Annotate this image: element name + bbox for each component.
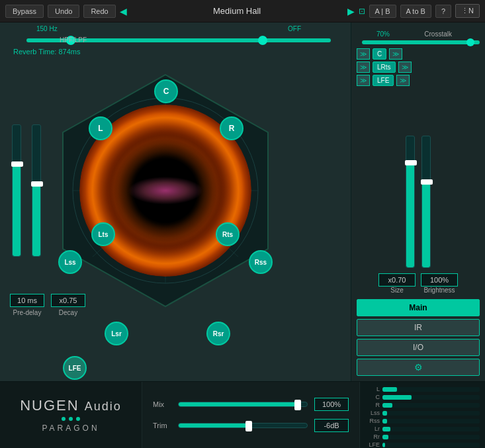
prev-button[interactable]: ◀	[120, 6, 127, 17]
lfe-arrows-left: ≫	[357, 75, 370, 86]
channel-Rts[interactable]: Rts	[216, 222, 240, 246]
undo-button[interactable]: Undo	[48, 5, 79, 18]
meter-name: Lss	[365, 410, 380, 416]
right-sliders	[357, 96, 480, 268]
size-label: Size	[378, 287, 416, 294]
predelay-value[interactable]: 10 ms	[10, 294, 44, 307]
meter-bar-bg	[382, 395, 480, 400]
lfe-arrow-right[interactable]: ≫	[396, 75, 410, 86]
crosstalk-track[interactable]	[362, 40, 480, 44]
channel-Lss[interactable]: Lss	[58, 250, 82, 274]
trim-fill	[179, 424, 249, 427]
meter-bar-fill	[382, 411, 387, 416]
crosstalk-c-btn[interactable]: C	[373, 48, 386, 60]
side-buttons: Main IR I/O ⚙	[357, 299, 480, 376]
trim-row: Trim -6dB	[153, 419, 349, 432]
decay-value[interactable]: x0.75	[51, 294, 85, 307]
meter-bar-bg	[382, 387, 480, 392]
channel-C[interactable]: C	[154, 79, 178, 103]
hpflpf-label: HPF/LPF	[60, 36, 87, 44]
main-area: 150 Hz OFF HPF/LPF Reverb Time: 874ms	[0, 22, 485, 381]
channel-Rss[interactable]: Rss	[249, 250, 273, 274]
meter-bar-fill	[382, 403, 392, 408]
crosstalk-lrts-btn[interactable]: LRts	[373, 62, 396, 73]
crosstalk-lrts-row: ≫ LRts ≫	[357, 62, 480, 73]
c-arrow-left[interactable]: ≫	[357, 48, 370, 60]
meter-bar-bg	[382, 435, 480, 439]
logo-dot-2	[69, 417, 73, 421]
meter-bar-fill	[382, 419, 387, 424]
bypass-button[interactable]: Bypass	[5, 5, 44, 18]
channel-L[interactable]: L	[89, 116, 112, 140]
size-value[interactable]: x0.70	[378, 273, 416, 287]
lpf-value: OFF	[288, 25, 301, 32]
logo-dot-3	[76, 417, 80, 421]
right-slider1-wrap	[406, 136, 415, 268]
mix-label: Mix	[153, 400, 171, 408]
trim-track[interactable]	[178, 423, 308, 428]
brightness-control: 100% Brightness	[421, 273, 458, 294]
lpf-thumb[interactable]	[258, 36, 267, 45]
meter-bar-fill	[382, 443, 385, 447]
help-button[interactable]: ?	[435, 5, 451, 18]
left-panel: 150 Hz OFF HPF/LPF Reverb Time: 874ms	[0, 22, 351, 381]
brightness-value[interactable]: 100%	[421, 273, 458, 287]
meter-bar-bg	[382, 427, 480, 431]
lrts-arrow-left[interactable]: ≫	[357, 62, 370, 73]
right-slider1-fill	[406, 163, 414, 267]
predelay-control: 10 ms Pre-delay	[10, 294, 44, 316]
mix-thumb[interactable]	[294, 400, 301, 410]
play-button[interactable]: ▶	[347, 6, 355, 17]
meter-bar-bg	[382, 419, 480, 424]
lfe-arrow-left[interactable]: ≫	[357, 75, 370, 86]
toolbar: Bypass Undo Redo ◀ Medium Hall ▶ ⊡ A | B…	[0, 0, 485, 22]
slider1-thumb[interactable]	[11, 161, 23, 167]
meter-name: Lr	[365, 426, 380, 432]
c-arrows-left: ≫	[357, 48, 370, 60]
crosstalk-label: Crosstalk	[424, 30, 452, 38]
main-button[interactable]: Main	[357, 299, 480, 316]
trim-thumb[interactable]	[245, 421, 252, 431]
channel-Rsr[interactable]: Rsr	[206, 322, 230, 345]
right-slider2-wrap	[421, 136, 431, 268]
lrts-arrow-right[interactable]: ≫	[398, 62, 412, 73]
record-button[interactable]: ⊡	[359, 7, 365, 16]
right-slider2-track[interactable]	[421, 136, 431, 268]
meter-name: L	[365, 386, 380, 392]
channel-LFE[interactable]: LFE	[63, 356, 87, 380]
meter-row: Lr	[365, 426, 480, 432]
slider1-track[interactable]	[12, 124, 21, 257]
io-button[interactable]: I/O	[357, 339, 480, 356]
n-button[interactable]: ⋮N	[455, 4, 480, 18]
right-slider2-thumb[interactable]	[421, 179, 433, 185]
meter-bar-bg	[382, 443, 480, 447]
meter-name: Rss	[365, 418, 380, 424]
channel-Lsr[interactable]: Lsr	[105, 322, 128, 345]
channel-Lts[interactable]: Lts	[91, 222, 115, 246]
right-slider1-thumb[interactable]	[405, 160, 417, 165]
channel-R[interactable]: R	[220, 116, 243, 140]
mix-track[interactable]	[178, 402, 308, 407]
mix-value[interactable]: 100%	[314, 398, 349, 411]
right-slider1-track[interactable]	[406, 136, 415, 268]
logo-nu: NU	[20, 397, 44, 414]
ir-button[interactable]: IR	[357, 319, 480, 336]
decay-label: Decay	[51, 309, 85, 316]
meter-row: C	[365, 394, 480, 400]
meter-bar-bg	[382, 403, 480, 408]
lrts-arrows-left: ≫	[357, 62, 370, 73]
crosstalk-row: 70% Crosstalk	[357, 30, 480, 38]
right-panel: 70% Crosstalk ≫ C ≫ ≫	[351, 22, 485, 381]
preset-name: Medium Hall	[131, 6, 343, 16]
logo-area: NUGEN Audio PARAGON	[0, 382, 142, 448]
trim-value[interactable]: -6dB	[314, 419, 349, 432]
crosstalk-lfe-btn[interactable]: LFE	[373, 75, 394, 86]
atob-button[interactable]: A to B	[400, 5, 431, 18]
gear-button[interactable]: ⚙	[357, 359, 480, 376]
meter-row: Rss	[365, 418, 480, 424]
redo-button[interactable]: Redo	[83, 5, 115, 18]
slider1-wrap	[12, 124, 21, 257]
ab-button[interactable]: A | B	[369, 5, 396, 18]
crosstalk-thumb[interactable]	[466, 38, 474, 46]
c-arrow-right[interactable]: ≫	[389, 48, 402, 60]
